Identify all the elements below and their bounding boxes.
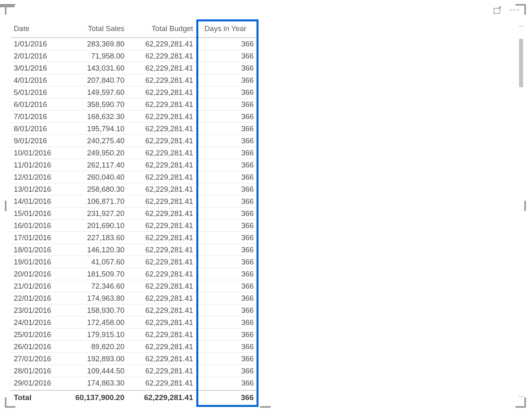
table-total-row: Total 60,137,900.20 62,229,281.41 366 xyxy=(11,390,257,402)
cell-total-budget: 62,229,281.41 xyxy=(128,232,196,244)
cell-days-in-year: 366 xyxy=(196,111,257,123)
total-label: Total xyxy=(11,393,63,402)
total-sales-value: 60,137,900.20 xyxy=(63,393,128,402)
cell-days-in-year: 366 xyxy=(196,195,257,208)
cell-total-budget: 62,229,281.41 xyxy=(128,329,196,341)
table-row[interactable]: 5/01/2016149,597.6062,229,281.41366 xyxy=(11,86,257,99)
cell-total-budget: 62,229,281.41 xyxy=(128,74,196,86)
table-row[interactable]: 16/01/2016201,690.1062,229,281.41366 xyxy=(11,220,257,232)
cell-total-budget: 62,229,281.41 xyxy=(128,135,196,147)
cell-days-in-year: 366 xyxy=(196,208,257,220)
table-row[interactable]: 26/01/201689,820.2062,229,281.41366 xyxy=(11,341,257,353)
cell-total-sales: 227,183.60 xyxy=(63,232,128,244)
table-row[interactable]: 18/01/2016146,120.3062,229,281.41366 xyxy=(11,244,257,256)
table-row[interactable]: 27/01/2016192,893.0062,229,281.41366 xyxy=(11,353,257,365)
resize-handle-bottom-left[interactable] xyxy=(5,397,6,408)
cell-total-budget: 62,229,281.41 xyxy=(128,377,196,388)
col-header-days-in-year[interactable]: Days in Year xyxy=(196,23,257,38)
cell-total-sales: 283,369.80 xyxy=(63,38,128,50)
table-row[interactable]: 6/01/2016358,590.7062,229,281.41366 xyxy=(11,99,257,111)
more-options-icon[interactable]: ··· xyxy=(509,7,520,11)
resize-handle-bottom-right[interactable] xyxy=(524,397,526,408)
cell-days-in-year: 366 xyxy=(196,377,257,388)
cell-total-sales: 174,963.80 xyxy=(63,292,128,304)
table-row[interactable]: 7/01/2016168,632.3062,229,281.41366 xyxy=(11,111,257,123)
table-row[interactable]: 13/01/2016258,680.3062,229,281.41366 xyxy=(11,183,257,195)
table-row[interactable]: 10/01/2016249,950.2062,229,281.41366 xyxy=(11,147,257,159)
table-row[interactable]: 2/01/201671,958.0062,229,281.41366 xyxy=(11,50,257,62)
table-row[interactable]: 17/01/2016227,183.6062,229,281.41366 xyxy=(11,232,257,244)
table-row[interactable]: 20/01/2016181,509.7062,229,281.41366 xyxy=(11,268,257,280)
table-row[interactable]: 19/01/201641,057.6062,229,281.41366 xyxy=(11,256,257,268)
cell-date: 23/01/2016 xyxy=(11,304,63,316)
cell-date: 25/01/2016 xyxy=(11,329,63,341)
cell-date: 9/01/2016 xyxy=(11,135,63,147)
cell-total-budget: 62,229,281.41 xyxy=(128,208,196,220)
cell-days-in-year: 366 xyxy=(196,304,257,316)
table-row[interactable]: 1/01/2016283,369.8062,229,281.41366 xyxy=(11,38,257,50)
vertical-scrollbar[interactable]: ︿ ﹀ xyxy=(518,23,524,400)
cell-date: 18/01/2016 xyxy=(11,244,63,256)
table-visual[interactable]: ··· Date Total Sales Total Budget Days i… xyxy=(5,4,526,408)
cell-total-sales: 258,680.30 xyxy=(63,183,128,195)
drag-grip-icon[interactable] xyxy=(0,6,15,7)
cell-days-in-year: 366 xyxy=(196,62,257,74)
total-budget-value: 62,229,281.41 xyxy=(128,393,196,402)
table-row[interactable]: 21/01/201672,346.6062,229,281.41366 xyxy=(11,280,257,292)
cell-date: 29/01/2016 xyxy=(11,377,63,388)
cell-total-budget: 62,229,281.41 xyxy=(128,244,196,256)
resize-handle-bottom[interactable] xyxy=(260,406,271,408)
cell-days-in-year: 366 xyxy=(196,244,257,256)
data-table-container: Date Total Sales Total Budget Days in Ye… xyxy=(11,23,257,402)
cell-days-in-year: 366 xyxy=(196,159,257,171)
scroll-down-arrow-icon[interactable]: ﹀ xyxy=(519,395,524,400)
table-row[interactable]: 15/01/2016231,927.2062,229,281.41366 xyxy=(11,208,257,220)
table-row[interactable]: 4/01/2016207,840.7062,229,281.41366 xyxy=(11,74,257,86)
col-header-date[interactable]: Date xyxy=(11,23,63,38)
cell-days-in-year: 366 xyxy=(196,86,257,99)
table-row[interactable]: 28/01/2016109,444.5062,229,281.41366 xyxy=(11,365,257,377)
cell-total-budget: 62,229,281.41 xyxy=(128,365,196,377)
table-row[interactable]: 12/01/2016260,040.4062,229,281.41366 xyxy=(11,171,257,183)
cell-total-budget: 62,229,281.41 xyxy=(128,341,196,353)
cell-total-budget: 62,229,281.41 xyxy=(128,195,196,208)
cell-total-sales: 262,117.40 xyxy=(63,159,128,171)
cell-total-budget: 62,229,281.41 xyxy=(128,123,196,135)
cell-days-in-year: 366 xyxy=(196,316,257,329)
resize-handle-left[interactable] xyxy=(5,201,6,211)
cell-total-budget: 62,229,281.41 xyxy=(128,50,196,62)
table-row[interactable]: 24/01/2016172,458.0062,229,281.41366 xyxy=(11,316,257,329)
cell-date: 7/01/2016 xyxy=(11,111,63,123)
cell-total-sales: 174,863.30 xyxy=(63,377,128,388)
table-row[interactable]: 3/01/2016143,031.6062,229,281.41366 xyxy=(11,62,257,74)
cell-days-in-year: 366 xyxy=(196,256,257,268)
table-row[interactable]: 14/01/2016106,871.7062,229,281.41366 xyxy=(11,195,257,208)
table-row[interactable]: 9/01/2016240,275.4062,229,281.41366 xyxy=(11,135,257,147)
cell-days-in-year: 366 xyxy=(196,220,257,232)
table-row[interactable]: 22/01/2016174,963.8062,229,281.41366 xyxy=(11,292,257,304)
resize-handle-right[interactable] xyxy=(524,201,526,211)
cell-date: 28/01/2016 xyxy=(11,365,63,377)
cell-total-budget: 62,229,281.41 xyxy=(128,256,196,268)
col-header-total-budget[interactable]: Total Budget xyxy=(128,23,196,38)
cell-date: 13/01/2016 xyxy=(11,183,63,195)
cell-total-sales: 172,458.00 xyxy=(63,316,128,329)
cell-date: 2/01/2016 xyxy=(11,50,63,62)
resize-handle-top-right[interactable] xyxy=(524,4,526,15)
focus-mode-icon[interactable] xyxy=(493,6,502,15)
scrollbar-thumb[interactable] xyxy=(519,39,523,87)
table-row[interactable]: 25/01/2016179,915.1062,229,281.41366 xyxy=(11,329,257,341)
cell-total-sales: 179,915.10 xyxy=(63,329,128,341)
cell-total-budget: 62,229,281.41 xyxy=(128,280,196,292)
col-header-total-sales[interactable]: Total Sales xyxy=(63,23,128,38)
cell-days-in-year: 366 xyxy=(196,135,257,147)
cell-total-budget: 62,229,281.41 xyxy=(128,316,196,329)
table-row[interactable]: 23/01/2016158,930.7062,229,281.41366 xyxy=(11,304,257,316)
table-row[interactable]: 8/01/2016195,794.1062,229,281.41366 xyxy=(11,123,257,135)
cell-days-in-year: 366 xyxy=(196,183,257,195)
table-row[interactable]: 29/01/2016174,863.3062,229,281.41366 xyxy=(11,377,257,388)
table-row[interactable]: 11/01/2016262,117.4062,229,281.41366 xyxy=(11,159,257,171)
cell-date: 12/01/2016 xyxy=(11,171,63,183)
cell-total-sales: 106,871.70 xyxy=(63,195,128,208)
scroll-up-arrow-icon[interactable]: ︿ xyxy=(519,23,524,27)
